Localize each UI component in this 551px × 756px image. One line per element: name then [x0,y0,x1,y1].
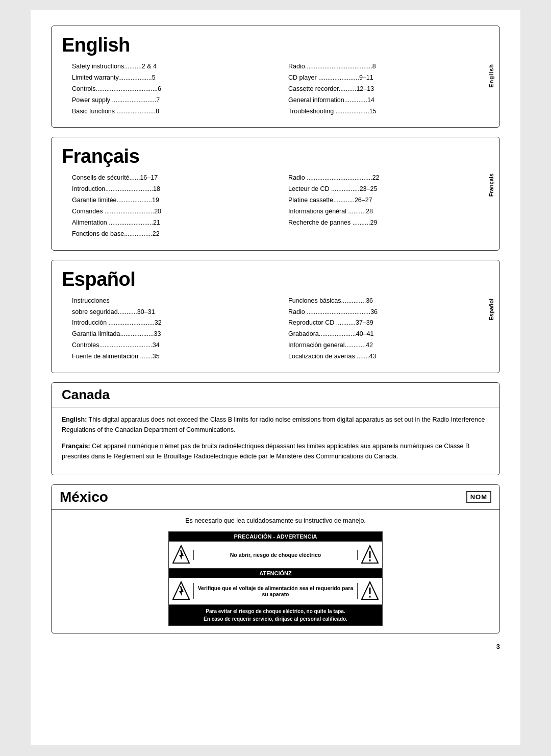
warning-row-2: Verifique que el voltaje de alimentación… [169,578,382,604]
mexico-section: México NOM Es necesario que lea cuidados… [51,484,500,633]
canada-english-para: English: This digital apparatus does not… [62,414,489,435]
toc-entry: Comandes ............................20 [72,206,273,217]
toc-entry: Safety instructions..........2 & 4 [72,61,273,72]
nom-badge: NOM [466,491,491,503]
toc-entry: Instrucciones [72,296,273,307]
canada-english-label: English: [62,416,87,423]
toc-entry: Alimentation .........................21 [72,217,273,229]
mexico-intro-text: Es necesario que lea cuidadosamente su i… [62,517,489,524]
espanol-section: Español Instrucciones sobre seguridad...… [51,260,500,373]
espanol-side-label: Español [488,299,494,321]
warning-bottom-line2: En caso de requerir servicio, diríjase a… [174,615,377,623]
toc-entry: Recherche de pannes ..........29 [288,217,489,229]
mexico-header: México NOM [52,485,499,510]
warning-subheader-text: ATENCIÓNZ [259,570,291,576]
canada-title-bar: Canada [52,383,499,407]
toc-entry: Garantie limitée....................19 [72,195,273,206]
toc-entry: Funciones básicas..............36 [288,296,489,307]
warning-header-text: PRECAUCIÓN - ADVERTENCIA [234,533,317,540]
english-title: English [62,34,489,56]
svg-rect-9 [369,596,371,598]
toc-entry: Reproductor CD ...........37–39 [288,318,489,329]
toc-entry: Informations général ..........28 [288,206,489,217]
toc-entry: Conseils de sécurité......16–17 [72,173,273,184]
espanol-toc-left: Instrucciones sobre seguridad...........… [72,296,273,362]
canada-title: Canada [62,387,110,402]
warning-row-1: No abrir, riesgo de choque eléctrico [169,541,382,568]
mexico-title: México [60,489,108,505]
toc-entry: Radio...................................… [288,61,489,72]
toc-entry: Troubleshooting ...................15 [288,106,489,117]
canada-francais-text: Cet appareil numérique n'émet pas de bru… [62,443,469,460]
toc-entry: Platine cassette............26–27 [288,195,489,206]
warning-header: PRECAUCIÓN - ADVERTENCIA [169,532,382,541]
toc-entry: Fonctions de base................22 [72,229,273,240]
lightning-triangle-icon [172,545,190,565]
svg-rect-8 [369,588,371,594]
toc-entry: Controls................................… [72,84,273,95]
espanol-toc: Instrucciones sobre seguridad...........… [62,296,489,362]
canada-english-text: This digital apparatus does not exceed t… [62,416,485,433]
exclamation-icon-right [358,542,382,568]
canada-francais-label: Français: [62,443,90,450]
svg-marker-1 [179,550,184,560]
canada-body: English: This digital apparatus does not… [52,407,499,475]
toc-entry: Basic functions ......................8 [72,106,273,117]
toc-entry: Power supply .........................7 [72,95,273,106]
toc-entry: Información general............42 [288,340,489,351]
toc-entry: Lecteur de CD ................23–25 [288,184,489,195]
lightning-icon-left-2 [169,578,193,604]
toc-entry: Controles..............................3… [72,340,273,351]
francais-toc-right: Radio ..................................… [288,173,489,239]
english-toc-right: Radio...................................… [288,61,489,117]
francais-title: Français [62,145,489,167]
toc-entry: Localización de averías .......43 [288,351,489,362]
exclamation-triangle-icon [361,545,379,565]
svg-marker-6 [179,586,184,596]
toc-entry: Fuente de alimentación .......35 [72,351,273,362]
toc-entry: Radio ..................................… [288,307,489,318]
english-toc-left: Safety instructions..........2 & 4 Limit… [72,61,273,117]
warning-bottom: Para evitar el riesgo de choque eléctric… [169,604,382,625]
exclamation-triangle-icon-2 [361,581,379,601]
espanol-title: Español [62,269,489,290]
warning-verifique-text: Verifique que el voltaje de alimentación… [193,583,358,599]
toc-entry: Cassette recorder..........12–13 [288,84,489,95]
english-toc: Safety instructions..........2 & 4 Limit… [62,61,489,117]
francais-toc: Conseils de sécurité......16–17 Introduc… [62,173,489,239]
toc-entry: Introduction...........................1… [72,184,273,195]
toc-entry: Introducción ..........................3… [72,318,273,329]
espanol-toc-right: Funciones básicas..............36 Radio … [288,296,489,362]
lightning-icon-left [169,542,193,568]
exclamation-icon-right-2 [358,578,382,604]
page-number: 3 [51,643,500,650]
toc-entry: Limited warranty...................5 [72,72,273,84]
lightning-triangle-icon-2 [172,581,190,601]
mexico-body: Es necesario que lea cuidadosamente su i… [52,510,499,633]
warning-bottom-line1: Para evitar el riesgo de choque eléctric… [174,607,377,615]
page: English Safety instructions..........2 &… [31,10,520,745]
canada-section: Canada English: This digital apparatus d… [51,382,500,475]
toc-entry: CD player .......................9–11 [288,72,489,84]
toc-entry: Grabadora.....................40–41 [288,329,489,340]
toc-entry: Radio ..................................… [288,173,489,184]
warning-no-abrir-text: No abrir, riesgo de choque eléctrico [193,550,358,560]
english-section: English Safety instructions..........2 &… [51,26,500,128]
toc-entry: sobre seguridad...........30–31 [72,307,273,318]
svg-rect-3 [369,551,371,558]
svg-rect-4 [369,559,371,562]
francais-section: Français Conseils de sécurité......16–17… [51,137,500,250]
canada-francais-para: Français: Cet appareil numérique n'émet … [62,441,489,461]
toc-entry: Garantia limitada...................33 [72,329,273,340]
toc-entry: General information.............14 [288,95,489,106]
warning-box: PRECAUCIÓN - ADVERTENCIA No abrir, riesg… [168,531,383,626]
francais-toc-left: Conseils de sécurité......16–17 Introduc… [72,173,273,239]
warning-subheader: ATENCIÓNZ [169,568,382,578]
francais-side-label: Français [488,174,494,197]
english-side-label: English [488,64,494,88]
